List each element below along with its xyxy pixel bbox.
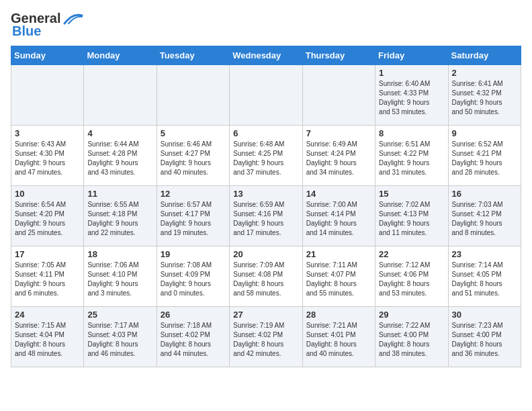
page-header: General Blue bbox=[11, 11, 521, 39]
day-number: 13 bbox=[233, 189, 298, 199]
day-info: Sunrise: 7:12 AM Sunset: 4:06 PM Dayligh… bbox=[379, 261, 444, 298]
day-info: Sunrise: 7:11 AM Sunset: 4:07 PM Dayligh… bbox=[306, 261, 371, 298]
day-info: Sunrise: 6:43 AM Sunset: 4:30 PM Dayligh… bbox=[15, 140, 80, 177]
day-number: 5 bbox=[161, 128, 226, 138]
calendar-cell: 21Sunrise: 7:11 AM Sunset: 4:07 PM Dayli… bbox=[302, 246, 375, 307]
calendar-cell: 15Sunrise: 7:02 AM Sunset: 4:13 PM Dayli… bbox=[375, 186, 448, 246]
calendar-cell: 29Sunrise: 7:22 AM Sunset: 4:00 PM Dayli… bbox=[375, 307, 448, 367]
calendar-cell: 16Sunrise: 7:03 AM Sunset: 4:12 PM Dayli… bbox=[448, 186, 521, 246]
day-info: Sunrise: 6:48 AM Sunset: 4:25 PM Dayligh… bbox=[233, 140, 298, 177]
calendar-cell: 8Sunrise: 6:51 AM Sunset: 4:22 PM Daylig… bbox=[375, 126, 448, 186]
day-info: Sunrise: 6:51 AM Sunset: 4:22 PM Dayligh… bbox=[379, 140, 444, 177]
day-info: Sunrise: 6:40 AM Sunset: 4:33 PM Dayligh… bbox=[379, 79, 444, 117]
calendar-cell: 7Sunrise: 6:49 AM Sunset: 4:24 PM Daylig… bbox=[302, 126, 375, 186]
calendar-cell: 6Sunrise: 6:48 AM Sunset: 4:25 PM Daylig… bbox=[230, 126, 302, 186]
day-info: Sunrise: 7:15 AM Sunset: 4:04 PM Dayligh… bbox=[15, 321, 80, 359]
calendar-cell: 14Sunrise: 7:00 AM Sunset: 4:14 PM Dayli… bbox=[302, 186, 375, 246]
day-number: 11 bbox=[87, 189, 152, 199]
day-number: 20 bbox=[233, 249, 298, 259]
day-info: Sunrise: 7:00 AM Sunset: 4:14 PM Dayligh… bbox=[306, 200, 371, 238]
day-info: Sunrise: 7:17 AM Sunset: 4:03 PM Dayligh… bbox=[87, 321, 152, 359]
weekday-header-friday: Friday bbox=[375, 46, 448, 65]
day-info: Sunrise: 7:21 AM Sunset: 4:01 PM Dayligh… bbox=[306, 321, 371, 359]
day-number: 23 bbox=[452, 249, 517, 259]
calendar-cell bbox=[11, 65, 84, 126]
day-info: Sunrise: 6:44 AM Sunset: 4:28 PM Dayligh… bbox=[87, 140, 152, 177]
day-number: 27 bbox=[233, 310, 298, 320]
calendar-cell: 17Sunrise: 7:05 AM Sunset: 4:11 PM Dayli… bbox=[11, 246, 84, 307]
weekday-header-wednesday: Wednesday bbox=[230, 46, 302, 65]
calendar-header: SundayMondayTuesdayWednesdayThursdayFrid… bbox=[11, 46, 521, 65]
day-number: 1 bbox=[379, 68, 444, 78]
calendar-cell: 10Sunrise: 6:54 AM Sunset: 4:20 PM Dayli… bbox=[11, 186, 84, 246]
day-number: 19 bbox=[161, 249, 226, 259]
day-number: 12 bbox=[161, 189, 226, 199]
day-info: Sunrise: 7:22 AM Sunset: 4:00 PM Dayligh… bbox=[379, 321, 444, 359]
day-number: 2 bbox=[452, 68, 517, 78]
day-number: 16 bbox=[452, 189, 517, 199]
day-number: 21 bbox=[306, 249, 371, 259]
weekday-header-thursday: Thursday bbox=[302, 46, 375, 65]
calendar-cell: 30Sunrise: 7:23 AM Sunset: 4:00 PM Dayli… bbox=[448, 307, 521, 367]
day-number: 3 bbox=[15, 128, 80, 138]
calendar-table: SundayMondayTuesdayWednesdayThursdayFrid… bbox=[11, 46, 521, 367]
day-number: 9 bbox=[452, 128, 517, 138]
calendar-cell: 27Sunrise: 7:19 AM Sunset: 4:02 PM Dayli… bbox=[230, 307, 302, 367]
weekday-header-saturday: Saturday bbox=[448, 46, 521, 65]
day-info: Sunrise: 6:46 AM Sunset: 4:27 PM Dayligh… bbox=[161, 140, 226, 177]
calendar-cell: 18Sunrise: 7:06 AM Sunset: 4:10 PM Dayli… bbox=[84, 246, 157, 307]
day-info: Sunrise: 6:52 AM Sunset: 4:21 PM Dayligh… bbox=[452, 140, 517, 177]
day-info: Sunrise: 7:08 AM Sunset: 4:09 PM Dayligh… bbox=[161, 261, 226, 298]
day-info: Sunrise: 7:23 AM Sunset: 4:00 PM Dayligh… bbox=[452, 321, 517, 359]
day-number: 24 bbox=[15, 310, 80, 320]
day-info: Sunrise: 6:55 AM Sunset: 4:18 PM Dayligh… bbox=[87, 200, 152, 238]
calendar-cell: 12Sunrise: 6:57 AM Sunset: 4:17 PM Dayli… bbox=[157, 186, 229, 246]
calendar-cell: 11Sunrise: 6:55 AM Sunset: 4:18 PM Dayli… bbox=[84, 186, 157, 246]
logo-wing-icon bbox=[62, 11, 83, 26]
weekday-header-sunday: Sunday bbox=[11, 46, 84, 65]
calendar-cell bbox=[230, 65, 302, 126]
calendar-cell: 24Sunrise: 7:15 AM Sunset: 4:04 PM Dayli… bbox=[11, 307, 84, 367]
weekday-header-tuesday: Tuesday bbox=[157, 46, 229, 65]
calendar-cell bbox=[84, 65, 157, 126]
calendar-cell: 26Sunrise: 7:18 AM Sunset: 4:02 PM Dayli… bbox=[157, 307, 229, 367]
calendar-cell: 2Sunrise: 6:41 AM Sunset: 4:32 PM Daylig… bbox=[448, 65, 521, 126]
day-info: Sunrise: 7:05 AM Sunset: 4:11 PM Dayligh… bbox=[15, 261, 80, 298]
day-number: 15 bbox=[379, 189, 444, 199]
calendar-cell: 19Sunrise: 7:08 AM Sunset: 4:09 PM Dayli… bbox=[157, 246, 229, 307]
day-number: 14 bbox=[306, 189, 371, 199]
day-info: Sunrise: 7:02 AM Sunset: 4:13 PM Dayligh… bbox=[379, 200, 444, 238]
day-info: Sunrise: 6:57 AM Sunset: 4:17 PM Dayligh… bbox=[161, 200, 226, 238]
day-info: Sunrise: 6:59 AM Sunset: 4:16 PM Dayligh… bbox=[233, 200, 298, 238]
calendar-cell: 1Sunrise: 6:40 AM Sunset: 4:33 PM Daylig… bbox=[375, 65, 448, 126]
day-number: 26 bbox=[161, 310, 226, 320]
day-info: Sunrise: 7:09 AM Sunset: 4:08 PM Dayligh… bbox=[233, 261, 298, 298]
calendar-cell: 22Sunrise: 7:12 AM Sunset: 4:06 PM Dayli… bbox=[375, 246, 448, 307]
calendar-cell: 25Sunrise: 7:17 AM Sunset: 4:03 PM Dayli… bbox=[84, 307, 157, 367]
day-info: Sunrise: 6:54 AM Sunset: 4:20 PM Dayligh… bbox=[15, 200, 80, 238]
day-info: Sunrise: 7:18 AM Sunset: 4:02 PM Dayligh… bbox=[161, 321, 226, 359]
calendar-cell: 9Sunrise: 6:52 AM Sunset: 4:21 PM Daylig… bbox=[448, 126, 521, 186]
day-info: Sunrise: 7:06 AM Sunset: 4:10 PM Dayligh… bbox=[87, 261, 152, 298]
logo-blue: Blue bbox=[12, 24, 41, 39]
logo: General Blue bbox=[11, 11, 83, 39]
day-number: 10 bbox=[15, 189, 80, 199]
day-info: Sunrise: 7:14 AM Sunset: 4:05 PM Dayligh… bbox=[452, 261, 517, 298]
calendar-cell: 23Sunrise: 7:14 AM Sunset: 4:05 PM Dayli… bbox=[448, 246, 521, 307]
day-number: 29 bbox=[379, 310, 444, 320]
day-number: 7 bbox=[306, 128, 371, 138]
day-info: Sunrise: 7:19 AM Sunset: 4:02 PM Dayligh… bbox=[233, 321, 298, 359]
calendar-cell bbox=[302, 65, 375, 126]
day-number: 8 bbox=[379, 128, 444, 138]
day-number: 17 bbox=[15, 249, 80, 259]
calendar-cell: 13Sunrise: 6:59 AM Sunset: 4:16 PM Dayli… bbox=[230, 186, 302, 246]
day-info: Sunrise: 6:49 AM Sunset: 4:24 PM Dayligh… bbox=[306, 140, 371, 177]
day-number: 4 bbox=[87, 128, 152, 138]
day-info: Sunrise: 7:03 AM Sunset: 4:12 PM Dayligh… bbox=[452, 200, 517, 238]
day-number: 18 bbox=[87, 249, 152, 259]
day-info: Sunrise: 6:41 AM Sunset: 4:32 PM Dayligh… bbox=[452, 79, 517, 117]
day-number: 22 bbox=[379, 249, 444, 259]
calendar-cell: 20Sunrise: 7:09 AM Sunset: 4:08 PM Dayli… bbox=[230, 246, 302, 307]
day-number: 6 bbox=[233, 128, 298, 138]
calendar-cell bbox=[157, 65, 229, 126]
